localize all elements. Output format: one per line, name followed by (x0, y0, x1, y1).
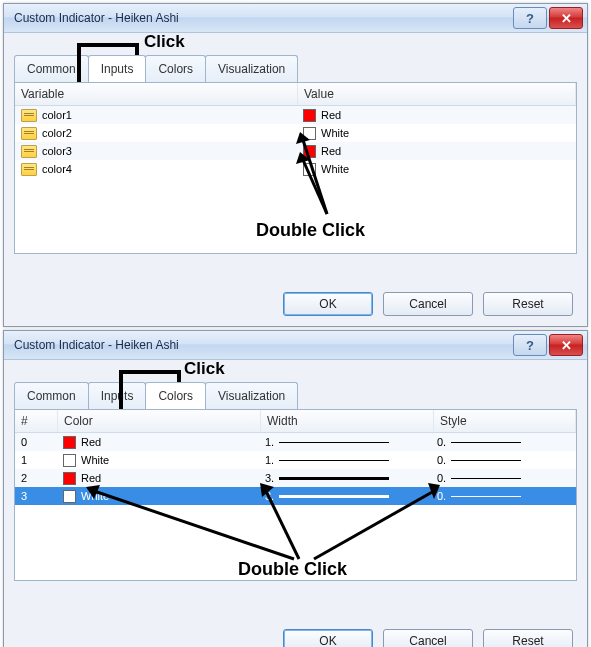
row-index: 0 (21, 436, 27, 448)
row-index: 3 (21, 490, 27, 502)
variable-icon (21, 109, 37, 122)
tab-inputs[interactable]: Inputs (88, 382, 147, 409)
variable-icon (21, 127, 37, 140)
help-icon: ? (526, 11, 534, 26)
button-row: OK Cancel Reset (4, 282, 587, 326)
var-value: Red (321, 109, 341, 121)
col-variable[interactable]: Variable (15, 83, 298, 105)
reset-button[interactable]: Reset (483, 629, 573, 647)
col-style[interactable]: Style (434, 410, 576, 432)
ok-button[interactable]: OK (283, 292, 373, 316)
cancel-button[interactable]: Cancel (383, 292, 473, 316)
var-value: White (321, 127, 349, 139)
row-style: 0. (437, 490, 446, 502)
style-preview-icon (451, 442, 521, 443)
variable-icon (21, 145, 37, 158)
list-header: Variable Value (15, 83, 576, 106)
style-preview-icon (451, 460, 521, 461)
input-row[interactable]: color2 White (15, 124, 576, 142)
col-color[interactable]: Color (58, 410, 261, 432)
color-swatch-icon (63, 436, 76, 449)
titlebar[interactable]: Custom Indicator - Heiken Ashi ? ✕ (4, 4, 587, 33)
titlebar[interactable]: Custom Indicator - Heiken Ashi ? ✕ (4, 331, 587, 360)
row-style: 0. (437, 436, 446, 448)
col-width[interactable]: Width (261, 410, 434, 432)
var-name: color3 (42, 145, 72, 157)
row-width: 3. (265, 490, 274, 502)
width-preview-icon (279, 460, 389, 461)
var-name: color2 (42, 127, 72, 139)
row-width: 3. (265, 472, 274, 484)
var-name: color1 (42, 109, 72, 121)
var-name: color4 (42, 163, 72, 175)
tab-inputs[interactable]: Inputs (88, 55, 147, 82)
width-preview-icon (279, 442, 389, 443)
color-row[interactable]: 0 Red 1. 0. (15, 433, 576, 451)
row-color: White (81, 490, 109, 502)
row-index: 1 (21, 454, 27, 466)
row-style: 0. (437, 472, 446, 484)
color-row[interactable]: 2 Red 3. 0. (15, 469, 576, 487)
input-row[interactable]: color4 White (15, 160, 576, 178)
variable-icon (21, 163, 37, 176)
row-color: Red (81, 436, 101, 448)
row-width: 1. (265, 436, 274, 448)
color-swatch-icon (303, 163, 316, 176)
dialog-colors: Custom Indicator - Heiken Ashi ? ✕ Click… (3, 330, 588, 647)
width-preview-icon (279, 477, 389, 480)
input-row[interactable]: color3 Red (15, 142, 576, 160)
window-title: Custom Indicator - Heiken Ashi (8, 338, 511, 352)
close-icon: ✕ (561, 11, 572, 26)
col-index[interactable]: # (15, 410, 58, 432)
tab-visualization[interactable]: Visualization (205, 382, 298, 409)
dialog-inputs: Custom Indicator - Heiken Ashi ? ✕ Click… (3, 3, 588, 327)
tab-common[interactable]: Common (14, 382, 89, 409)
row-color: Red (81, 472, 101, 484)
color-swatch-icon (63, 490, 76, 503)
var-value: Red (321, 145, 341, 157)
help-button[interactable]: ? (513, 334, 547, 356)
tab-row: Common Inputs Colors Visualization (4, 374, 587, 409)
close-button[interactable]: ✕ (549, 7, 583, 29)
row-width: 1. (265, 454, 274, 466)
color-row-selected[interactable]: 3 White 3. 0. (15, 487, 576, 505)
style-preview-icon (451, 496, 521, 497)
color-swatch-icon (63, 454, 76, 467)
color-swatch-icon (303, 127, 316, 140)
input-row[interactable]: color1 Red (15, 106, 576, 124)
help-button[interactable]: ? (513, 7, 547, 29)
double-click-annotation: Double Click (256, 220, 365, 241)
tab-colors[interactable]: Colors (145, 55, 206, 82)
style-preview-icon (451, 478, 521, 479)
list-header: # Color Width Style (15, 410, 576, 433)
help-icon: ? (526, 338, 534, 353)
row-style: 0. (437, 454, 446, 466)
color-swatch-icon (303, 145, 316, 158)
tab-row: Common Inputs Colors Visualization (4, 47, 587, 82)
cancel-button[interactable]: Cancel (383, 629, 473, 647)
window-title: Custom Indicator - Heiken Ashi (8, 11, 511, 25)
close-icon: ✕ (561, 338, 572, 353)
color-swatch-icon (63, 472, 76, 485)
button-row: OK Cancel Reset (4, 619, 587, 647)
col-value[interactable]: Value (298, 83, 576, 105)
row-color: White (81, 454, 109, 466)
reset-button[interactable]: Reset (483, 292, 573, 316)
var-value: White (321, 163, 349, 175)
tab-colors[interactable]: Colors (145, 382, 206, 409)
double-click-annotation: Double Click (238, 559, 347, 580)
tab-visualization[interactable]: Visualization (205, 55, 298, 82)
ok-button[interactable]: OK (283, 629, 373, 647)
colors-list: # Color Width Style 0 Red 1. 0. 1 White … (14, 409, 577, 581)
color-row[interactable]: 1 White 1. 0. (15, 451, 576, 469)
close-button[interactable]: ✕ (549, 334, 583, 356)
row-index: 2 (21, 472, 27, 484)
width-preview-icon (279, 495, 389, 498)
color-swatch-icon (303, 109, 316, 122)
tab-common[interactable]: Common (14, 55, 89, 82)
